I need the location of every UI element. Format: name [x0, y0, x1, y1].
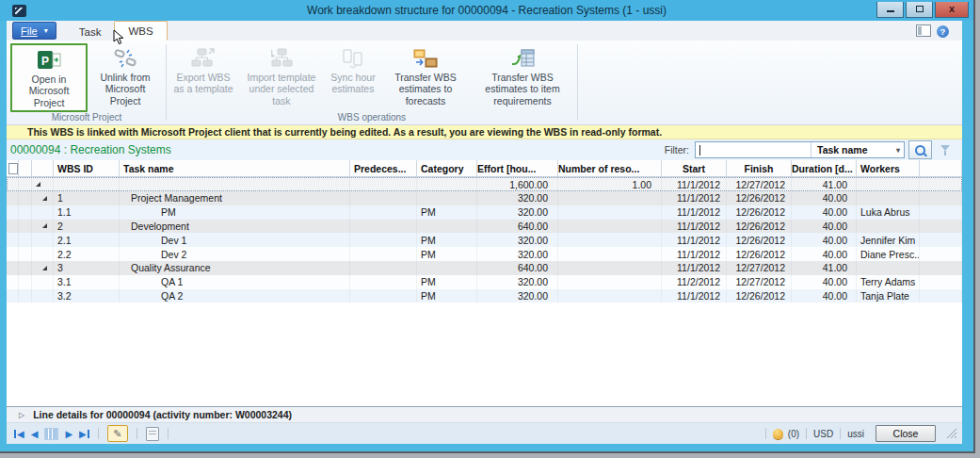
line-details-bar[interactable]: ▷ Line details for 00000094 (activity nu…: [7, 406, 962, 423]
grid-view-icon[interactable]: [44, 428, 58, 440]
start-date-cell: 11/2/2012: [662, 275, 727, 289]
ribbon-group-wbs-operations: Export WBS as a template: [169, 41, 574, 124]
expander-triangle-icon: [42, 223, 47, 228]
transfer-estimates-forecasts-button[interactable]: Transfer WBS estimates to forecasts: [380, 43, 471, 108]
row-select-cell[interactable]: [7, 233, 19, 247]
tree-expander-cell[interactable]: [32, 177, 54, 191]
effort-cell: 320.00: [477, 275, 558, 289]
table-row[interactable]: 3 Quality Assurance 640.00 11/1/2012 12/…: [7, 261, 962, 275]
column-header-wbs-id[interactable]: WBS ID: [54, 160, 120, 176]
workers-cell: [857, 261, 920, 275]
column-header-duration[interactable]: Duration [d...: [792, 160, 857, 176]
table-row[interactable]: 3.2 QA 2 PM 320.00 11/1/2012 12/26/2012 …: [7, 289, 962, 303]
grid-empty-area: [7, 303, 962, 406]
row-select-cell[interactable]: [7, 177, 19, 191]
window-titlebar[interactable]: Work breakdown structure for 00000094 - …: [0, 0, 973, 21]
row-select-cell[interactable]: [7, 261, 19, 275]
column-header-resources[interactable]: Number of reso...: [558, 160, 662, 176]
resources-cell: [558, 275, 662, 289]
effort-cell: 320.00: [477, 233, 558, 247]
filter-input[interactable]: [696, 142, 811, 157]
document-attachments-icon[interactable]: [146, 427, 159, 441]
table-row[interactable]: 2 Development 640.00 11/1/2012 12/26/201…: [7, 220, 962, 234]
app-icon: [12, 5, 26, 17]
previous-record-button[interactable]: ◀: [31, 429, 39, 439]
resize-grip[interactable]: [947, 429, 956, 438]
minimize-button[interactable]: [876, 2, 904, 18]
close-icon: X: [949, 5, 955, 14]
window-layout-icon[interactable]: [916, 25, 931, 37]
next-record-button[interactable]: ▶: [65, 429, 72, 439]
table-row[interactable]: 1.1 PM PM 320.00 11/1/2012 12/26/2012 40…: [7, 205, 962, 220]
row-select-cell[interactable]: [7, 247, 19, 261]
table-row[interactable]: 2.1 Dev 1 PM 320.00 11/1/2012 12/26/2012…: [7, 233, 962, 247]
tree-expander-cell[interactable]: [32, 247, 54, 261]
table-row[interactable]: 2.2 Dev 2 PM 320.00 11/1/2012 12/26/2012…: [7, 247, 962, 261]
line-details-label: Line details for 00000094 (activity numb…: [33, 409, 292, 420]
help-icon[interactable]: ?: [937, 25, 949, 38]
column-header-effort[interactable]: Effort [hou...: [477, 160, 558, 176]
row-select-cell[interactable]: [7, 205, 19, 220]
tree-expander-cell[interactable]: [32, 191, 54, 205]
column-header-finish[interactable]: Finish: [727, 160, 792, 176]
tab-task[interactable]: Task: [66, 23, 115, 41]
last-record-button[interactable]: ▶: [79, 429, 89, 439]
grid-header-row: WBS ID Task name Predeces... Category Ef…: [7, 160, 962, 177]
tree-expander-cell[interactable]: [32, 289, 54, 303]
notification-bar: This WBS is linked with Microsoft Projec…: [7, 125, 962, 139]
wbs-id-cell: 2: [54, 220, 120, 234]
file-menu-button[interactable]: File ▾: [12, 22, 56, 40]
close-window-button[interactable]: X: [935, 2, 969, 18]
row-select-cell[interactable]: [7, 275, 19, 289]
sync-hour-estimates-button: Sync hour estimates: [326, 43, 380, 97]
table-row[interactable]: 1,600.00 1.00 11/1/2012 12/27/2012 41.00: [7, 177, 962, 191]
transfer-estimates-items-button[interactable]: Transfer WBS estimates to item requireme…: [471, 43, 574, 108]
effort-cell: 320.00: [477, 191, 558, 205]
open-in-ms-project-button[interactable]: P Open in Microsoft Project: [10, 43, 88, 112]
finish-date-cell: 12/27/2012: [727, 261, 792, 275]
start-date-cell: 11/1/2012: [662, 247, 727, 261]
close-button[interactable]: Close: [876, 425, 936, 442]
duration-cell: 40.00: [792, 247, 857, 261]
table-row[interactable]: 1 Project Management 320.00 11/1/2012 12…: [7, 191, 962, 205]
edit-record-button[interactable]: ✎: [107, 425, 128, 442]
column-header-predecessor[interactable]: Predeces...: [350, 160, 417, 176]
tree-expander-cell[interactable]: [32, 220, 54, 234]
row-select-cell[interactable]: [7, 220, 19, 234]
column-header-category[interactable]: Category: [417, 160, 477, 176]
first-record-button[interactable]: ◀: [14, 429, 24, 439]
record-header: 00000094 : Recreation Systems: [10, 143, 171, 156]
select-all-checkbox[interactable]: [8, 163, 18, 174]
record-header-row: 00000094 : Recreation Systems Filter: Ta…: [7, 139, 962, 160]
table-row[interactable]: 3.1 QA 1 PM 320.00 11/2/2012 12/27/2012 …: [7, 275, 962, 289]
column-header-task-name[interactable]: Task name: [120, 160, 350, 176]
tree-expander-cell[interactable]: [32, 205, 54, 220]
task-name-cell: QA 1: [120, 275, 350, 289]
effort-cell: 320.00: [477, 205, 558, 220]
category-cell: PM: [417, 275, 477, 289]
finish-date-cell: 12/26/2012: [727, 289, 792, 303]
category-cell: [417, 261, 477, 275]
currency-indicator[interactable]: USD: [813, 429, 833, 439]
tree-expander-cell[interactable]: [32, 275, 54, 289]
column-header-workers[interactable]: Workers: [857, 160, 920, 176]
column-header-start[interactable]: Start: [662, 160, 727, 176]
effort-cell: 320.00: [477, 247, 558, 261]
advanced-filter-button[interactable]: [936, 141, 955, 158]
chevron-down-icon: ▾: [896, 146, 900, 155]
tree-expander-cell[interactable]: [32, 233, 54, 247]
start-date-cell: 11/1/2012: [662, 177, 727, 191]
select-all-cell[interactable]: [7, 160, 19, 176]
row-select-cell[interactable]: [7, 191, 19, 205]
unlink-from-ms-project-button[interactable]: Unlink from Microsoft Project: [88, 43, 163, 108]
task-name-cell: Dev 1: [120, 233, 350, 247]
filter-search-button[interactable]: [908, 140, 932, 159]
task-name-cell: Quality Assurance: [120, 261, 350, 275]
maximize-button[interactable]: [906, 2, 933, 18]
company-indicator[interactable]: ussi: [847, 429, 864, 439]
import-template-icon: [269, 45, 294, 71]
row-select-cell[interactable]: [7, 289, 19, 303]
tree-expander-cell[interactable]: [32, 261, 54, 275]
filter-field-select[interactable]: Task name ▾: [811, 142, 904, 157]
alerts-bell-icon[interactable]: [773, 429, 783, 439]
